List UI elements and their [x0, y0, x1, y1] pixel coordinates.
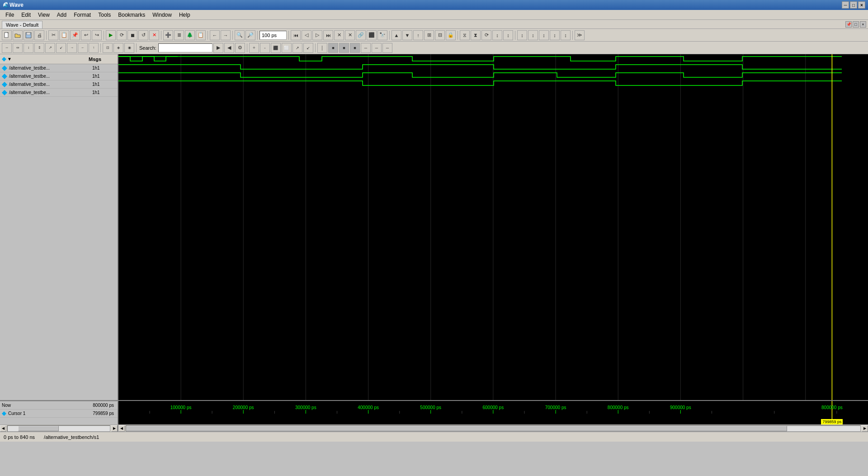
paste-button[interactable]: 📌 — [70, 30, 80, 40]
del2-button[interactable]: ✕ — [345, 30, 355, 40]
zoom-fit-button[interactable]: ⬛ — [271, 43, 281, 53]
del-edge-button[interactable]: ✕ — [334, 30, 344, 40]
maximize-button[interactable]: □ — [850, 1, 857, 9]
align9-button[interactable]: ↑ — [89, 43, 99, 53]
new-button[interactable] — [2, 30, 12, 40]
save-button[interactable] — [24, 30, 33, 40]
menu-format[interactable]: Format — [70, 11, 94, 19]
group-out-button[interactable]: ⊟ — [435, 30, 445, 40]
menu-help[interactable]: Help — [175, 11, 194, 19]
break-button[interactable]: ✕ — [149, 30, 159, 40]
undo-button[interactable]: ↩ — [81, 30, 91, 40]
search-prev-button[interactable]: ◀ — [224, 43, 234, 53]
redo-button[interactable]: ↪ — [92, 30, 102, 40]
cur-mode5-button[interactable]: ─ — [361, 43, 371, 53]
step-button[interactable]: ⟳ — [117, 30, 127, 40]
menu-edit[interactable]: Edit — [18, 11, 34, 19]
scroll-right-btn[interactable]: ▶ — [111, 425, 118, 432]
cur-mode6-button[interactable]: ─ — [372, 43, 382, 53]
menu-window[interactable]: Window — [149, 11, 175, 19]
fwd-button[interactable]: → — [221, 30, 231, 40]
wave-area[interactable] — [118, 54, 868, 400]
menu-view[interactable]: View — [34, 11, 53, 19]
print-button[interactable]: 🖨 — [34, 30, 44, 40]
wave-canvas[interactable] — [118, 54, 868, 400]
time-value-input[interactable] — [259, 31, 287, 40]
search-go-button[interactable]: ▶ — [213, 43, 223, 53]
cur1-button[interactable]: ↕ — [517, 30, 527, 40]
hier-button[interactable]: 🌲 — [185, 30, 195, 40]
signal-row-0[interactable]: /alternative_testbe... 1h1 — [0, 64, 118, 72]
cur4-button[interactable]: ↕ — [550, 30, 560, 40]
link-button[interactable]: 🔗 — [356, 30, 366, 40]
tab-float-button[interactable]: □ — [853, 21, 859, 28]
zoom-out2-button[interactable]: ↙ — [303, 43, 313, 53]
clk3-button[interactable]: ⟳ — [481, 30, 491, 40]
signal-row-2[interactable]: /alternative_testbe... 1h1 — [0, 80, 118, 89]
align6-button[interactable]: ↙ — [56, 43, 66, 53]
find-button[interactable]: 🔍 — [235, 30, 245, 40]
back-button[interactable]: ← — [210, 30, 220, 40]
align5-button[interactable]: ↗ — [45, 43, 55, 53]
align4-button[interactable]: ⇕ — [34, 43, 44, 53]
cur-mode3-button[interactable]: ■ — [339, 43, 349, 53]
goto-end-button[interactable]: ⏭ — [323, 30, 333, 40]
snap2-button[interactable]: ◈ — [113, 43, 123, 53]
cut-button[interactable]: ✂ — [48, 30, 58, 40]
signal-row-1[interactable]: /alternative_testbe... 1h1 — [0, 72, 118, 80]
left-scroll-track[interactable] — [7, 425, 110, 432]
clk1-button[interactable]: ⧖ — [460, 30, 470, 40]
scroll-left-btn[interactable]: ◀ — [0, 425, 6, 432]
stop-button[interactable]: ⏹ — [127, 30, 137, 40]
clk4-button[interactable]: ↕ — [492, 30, 502, 40]
zoom-in-button[interactable]: + — [249, 43, 259, 53]
scroll-right2-btn[interactable]: ▶ — [862, 425, 868, 432]
right-scroll-track[interactable] — [126, 425, 861, 432]
goto-start-button[interactable]: ⏮ — [291, 30, 301, 40]
expand-button[interactable]: ▼ — [402, 30, 412, 40]
cur-mode4-button[interactable]: ■ — [350, 43, 360, 53]
wave-list-button[interactable]: 📋 — [196, 30, 206, 40]
align8-button[interactable]: ← — [78, 43, 88, 53]
sig-list-button[interactable]: ≣ — [174, 30, 184, 40]
find-next-button[interactable]: 🔎 — [245, 30, 255, 40]
zoom-full-button[interactable]: ⬛ — [367, 30, 377, 40]
menu-add[interactable]: Add — [53, 11, 70, 19]
tab-pin-button[interactable]: 📌 — [845, 21, 852, 28]
signal-row-3[interactable]: /alternative_testbe... 1h1 — [0, 89, 118, 97]
cur2-button[interactable]: ↕ — [528, 30, 538, 40]
align1-button[interactable]: ↔ — [2, 43, 12, 53]
open-button[interactable] — [13, 30, 23, 40]
collapse-button[interactable]: ▲ — [392, 30, 401, 40]
snap3-button[interactable]: ◉ — [124, 43, 134, 53]
cur-mode7-button[interactable]: ─ — [382, 43, 392, 53]
zoom-sel-button[interactable]: ⬜ — [282, 43, 292, 53]
copy-button[interactable]: 📋 — [59, 30, 69, 40]
clk2-button[interactable]: ⧗ — [471, 30, 481, 40]
move-up-button[interactable]: ↑ — [413, 30, 423, 40]
restart-button[interactable]: ↺ — [138, 30, 148, 40]
align3-button[interactable]: ↕ — [24, 43, 33, 53]
zoom-in2-button[interactable]: ↗ — [292, 43, 302, 53]
zoom-full2-button[interactable]: 🔭 — [377, 30, 387, 40]
snap1-button[interactable]: ⊡ — [103, 43, 113, 53]
close-button[interactable]: × — [858, 1, 865, 9]
tab-close-button[interactable]: × — [860, 21, 866, 28]
zoom-out-button[interactable]: - — [260, 43, 270, 53]
menu-bookmarks[interactable]: Bookmarks — [114, 11, 149, 19]
group-in-button[interactable]: ⊞ — [424, 30, 434, 40]
search-input[interactable] — [158, 43, 212, 52]
menu-tools[interactable]: Tools — [94, 11, 114, 19]
align2-button[interactable]: ⇔ — [13, 43, 23, 53]
cur3-button[interactable]: ↕ — [539, 30, 549, 40]
clk5-button[interactable]: ↕ — [503, 30, 513, 40]
run-button[interactable]: ▶ — [106, 30, 116, 40]
goto-next-button[interactable]: ▷ — [312, 30, 322, 40]
search-opt-button[interactable]: ⚙ — [235, 43, 245, 53]
cur-mode1-button[interactable]: │ — [317, 43, 327, 53]
lock-button[interactable]: 🔒 — [446, 30, 456, 40]
align7-button[interactable]: → — [67, 43, 77, 53]
cur-mode2-button[interactable]: ■ — [328, 43, 338, 53]
add-wave-button[interactable]: ➕ — [163, 30, 173, 40]
menu-file[interactable]: File — [2, 11, 18, 19]
